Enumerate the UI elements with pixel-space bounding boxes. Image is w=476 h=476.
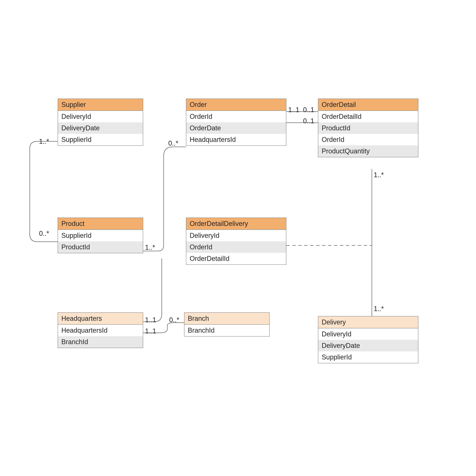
entity-attr: HeadquartersId	[186, 134, 286, 145]
entity-attr: OrderDetailId	[186, 253, 286, 264]
mult-hq-right2: 1..1	[145, 327, 156, 335]
entity-attr: OrderDate	[186, 122, 286, 134]
entity-attr: ProductId	[58, 241, 143, 253]
entity-attr: OrderId	[318, 134, 418, 145]
entity-title: OrderDetail	[318, 99, 418, 111]
entity-supplier: Supplier DeliveryId DeliveryDate Supplie…	[58, 99, 143, 146]
entity-title: Order	[186, 99, 286, 111]
mult-supplier-left: 1..*	[39, 137, 49, 145]
entity-orderdetail: OrderDetail OrderDetailId ProductId Orde…	[318, 99, 418, 157]
entity-attr: DeliveryId	[186, 230, 286, 241]
entity-attr: SupplierId	[58, 230, 143, 241]
entity-orderdetaildelivery: OrderDetailDelivery DeliveryId OrderId O…	[186, 218, 286, 265]
entity-branch: Branch BranchId	[184, 312, 270, 337]
entity-title: Product	[58, 218, 143, 230]
link-product-order	[143, 147, 186, 251]
entity-title: Supplier	[58, 99, 143, 111]
entity-title: OrderDetailDelivery	[186, 218, 286, 230]
entity-attr: OrderId	[186, 111, 286, 122]
mult-orderdetail-top1: 0..1	[303, 106, 314, 114]
mult-orderdetail-under: 1..*	[374, 171, 384, 179]
entity-attr: HeadquartersId	[58, 325, 143, 336]
mult-order-left: 0..*	[168, 139, 178, 147]
entity-attr: SupplierId	[318, 351, 418, 363]
mult-delivery-over: 1..*	[374, 305, 384, 313]
entity-attr: OrderDetailId	[318, 111, 418, 122]
entity-attr: DeliveryId	[318, 328, 418, 340]
entity-headquarters: Headquarters HeadquartersId BranchId	[58, 312, 143, 348]
entity-attr: DeliveryId	[58, 111, 143, 122]
mult-product-right: 1..*	[145, 244, 155, 251]
entity-attr: ProductId	[318, 122, 418, 134]
link-hq-order	[143, 258, 162, 322]
entity-title: Delivery	[318, 316, 418, 328]
entity-attr: BranchId	[185, 325, 269, 336]
entity-attr: BranchId	[58, 336, 143, 348]
entity-attr: ProductQuantity	[318, 145, 418, 157]
mult-hq-right1: 1..1	[145, 316, 156, 324]
entity-product: Product SupplierId ProductId	[58, 218, 143, 253]
er-diagram-canvas: Supplier DeliveryId DeliveryDate Supplie…	[0, 0, 476, 476]
mult-branch-left: 0..*	[169, 316, 179, 324]
entity-title: Headquarters	[58, 313, 143, 325]
entity-attr: SupplierId	[58, 134, 143, 145]
entity-delivery: Delivery DeliveryId DeliveryDate Supplie…	[318, 316, 418, 363]
mult-product-left: 0..*	[39, 230, 49, 238]
entity-title: Branch	[185, 313, 269, 325]
entity-attr: DeliveryDate	[58, 122, 143, 134]
link-supplier-product	[30, 141, 58, 242]
mult-orderdetail-top2: 0..1	[303, 117, 314, 125]
entity-attr: OrderId	[186, 241, 286, 253]
entity-attr: DeliveryDate	[318, 340, 418, 351]
mult-order-right: 1..1	[288, 106, 299, 114]
entity-order: Order OrderId OrderDate HeadquartersId	[186, 99, 286, 146]
